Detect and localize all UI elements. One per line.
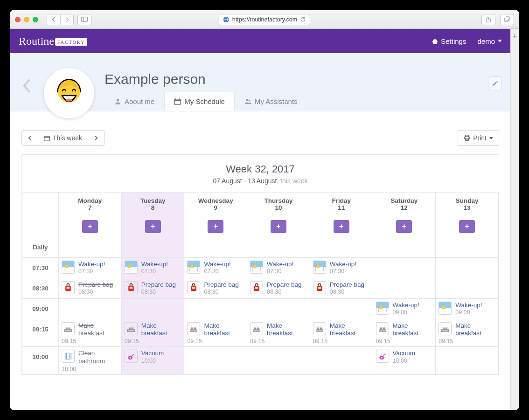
url-bar[interactable]: https://routinefactory.com — [219, 14, 310, 25]
add-activity-button[interactable]: + — [459, 220, 475, 233]
tab-my-schedule[interactable]: My Schedule — [164, 92, 235, 111]
schedule-cell[interactable]: Make breakfast09:15 — [121, 319, 184, 347]
activity-item[interactable]: Wake-up!07:30 — [313, 261, 370, 275]
activity-item[interactable]: Wake-up!09:00 — [439, 302, 495, 316]
time-label: 09:00 — [22, 299, 59, 319]
schedule-cell[interactable]: Prepare bag08:30 — [59, 278, 122, 299]
schedule-cell[interactable]: Wake-up!09:00 — [436, 299, 499, 319]
activity-item[interactable]: Prepare bag08:30 — [125, 281, 181, 296]
schedule-cell[interactable]: Prepare bag08:30 — [121, 278, 184, 299]
schedule-cell[interactable] — [247, 347, 310, 374]
activity-item[interactable]: Make breakfast — [313, 322, 370, 337]
schedule-cell[interactable] — [247, 299, 310, 319]
activity-item[interactable]: Wake-up!09:00 — [376, 302, 433, 316]
activity-item[interactable]: Wake-up!07:30 — [250, 261, 307, 275]
add-activity-button[interactable]: + — [396, 220, 412, 233]
schedule-cell[interactable]: Clean bathroom10:00 — [59, 347, 122, 374]
activity-item[interactable]: Wake-up!07:30 — [187, 261, 244, 275]
activity-item[interactable]: Prepare bag08:30 — [313, 281, 370, 296]
schedule-cell[interactable] — [121, 299, 184, 319]
settings-link[interactable]: Settings — [431, 37, 466, 45]
add-activity-button[interactable]: + — [145, 220, 161, 233]
next-week-button[interactable] — [88, 130, 104, 146]
sidebar-toggle[interactable] — [77, 14, 91, 25]
this-week-button[interactable]: This week — [38, 130, 88, 146]
schedule-cell[interactable]: Wake-up!07:30 — [184, 258, 247, 278]
activity-title: Prepare bag — [267, 281, 301, 289]
prev-week-button[interactable] — [21, 130, 38, 146]
minimize-window-button[interactable] — [24, 17, 29, 22]
activity-item[interactable]: Prepare bag08:30 — [187, 281, 244, 296]
activity-item[interactable]: Make breakfast — [439, 322, 495, 337]
print-button[interactable]: Print — [458, 130, 499, 146]
activity-time: 09:15 — [250, 338, 307, 344]
new-tab-strip[interactable]: + — [510, 29, 519, 410]
fullscreen-window-button[interactable] — [33, 17, 38, 22]
time-label: 10:00 — [22, 347, 59, 374]
activity-item[interactable]: Make breakfast — [376, 322, 433, 337]
schedule-cell[interactable] — [373, 258, 436, 278]
schedule-cell[interactable]: Wake-up!07:30 — [121, 258, 184, 278]
schedule-cell[interactable] — [373, 278, 436, 299]
schedule-cell[interactable] — [436, 347, 499, 374]
reload-icon[interactable] — [300, 16, 306, 22]
browser-back-button[interactable] — [47, 14, 60, 25]
activity-item[interactable]: Wake-up!07:30 — [62, 261, 118, 275]
activity-item[interactable]: Make breakfast — [250, 322, 307, 337]
this-week-label: This week — [53, 134, 82, 142]
activity-item[interactable]: Make breakfast — [187, 322, 244, 337]
schedule-cell[interactable] — [59, 299, 122, 319]
schedule-cell[interactable]: Prepare bag08:30 — [247, 278, 310, 299]
schedule-cell[interactable]: Prepare bag08:30 — [184, 278, 247, 299]
svg-rect-18 — [44, 136, 49, 141]
tab-my-assistants[interactable]: My Assistants — [235, 92, 307, 111]
add-activity-button[interactable]: + — [208, 220, 223, 233]
schedule-cell[interactable] — [310, 299, 373, 319]
edit-button[interactable] — [488, 76, 502, 90]
activity-item[interactable]: Make breakfast — [62, 322, 118, 337]
schedule-cell[interactable]: Wake-up!07:30 — [247, 258, 310, 278]
close-window-button[interactable] — [15, 17, 21, 22]
activity-item[interactable]: Vacuum10:00 — [125, 350, 181, 364]
browser-forward-button[interactable] — [60, 14, 73, 25]
nav-back-forward — [47, 14, 74, 25]
schedule-cell[interactable]: Make breakfast09:15 — [373, 319, 436, 347]
sun-icon — [125, 261, 138, 274]
activity-item[interactable]: Prepare bag08:30 — [62, 281, 118, 296]
user-menu[interactable]: demo — [477, 37, 502, 45]
logo-badge: FACTORY — [55, 38, 87, 46]
schedule-cell[interactable] — [310, 347, 373, 374]
sun-icon — [439, 302, 452, 315]
tab-about-me[interactable]: About me — [104, 92, 164, 111]
activity-item[interactable]: Vacuum10:00 — [376, 350, 433, 364]
schedule-cell[interactable]: Vacuum10:00 — [121, 347, 184, 374]
schedule-cell[interactable]: Make breakfast09:15 — [310, 319, 373, 347]
schedule-cell[interactable]: Prepare bag08:30 — [310, 278, 373, 299]
add-activity-button[interactable]: + — [82, 220, 98, 233]
add-activity-button[interactable]: + — [271, 220, 286, 233]
schedule-cell[interactable]: Wake-up!07:30 — [59, 258, 122, 278]
schedule-cell[interactable] — [184, 299, 247, 319]
schedule-cell[interactable]: Vacuum10:00 — [373, 347, 436, 374]
back-chevron[interactable] — [19, 76, 34, 96]
tabs-button[interactable] — [501, 14, 514, 25]
schedule-cell[interactable] — [184, 347, 247, 374]
schedule-cell[interactable]: Make breakfast09:15 — [247, 319, 310, 347]
schedule-cell[interactable]: Wake-up!09:00 — [373, 299, 436, 319]
schedule-cell[interactable] — [436, 258, 499, 278]
activity-title: Vacuum — [393, 350, 416, 357]
logo[interactable]: Routine FACTORY — [19, 35, 87, 48]
avatar[interactable] — [44, 68, 94, 118]
schedule-cell[interactable]: Make breakfast09:15 — [59, 319, 122, 347]
schedule-cell[interactable] — [436, 278, 499, 299]
schedule-cell[interactable]: Wake-up!07:30 — [310, 258, 373, 278]
activity-item[interactable]: Make breakfast — [125, 322, 181, 337]
activity-item[interactable]: Clean bathroom — [62, 350, 118, 365]
activity-item[interactable]: Wake-up!07:30 — [125, 261, 181, 275]
schedule-cell[interactable]: Make breakfast09:15 — [184, 319, 247, 347]
add-activity-button[interactable]: + — [334, 220, 349, 233]
corner-cell — [22, 193, 59, 216]
share-button[interactable] — [482, 14, 495, 25]
schedule-cell[interactable]: Make breakfast09:15 — [436, 319, 499, 347]
activity-item[interactable]: Prepare bag08:30 — [250, 281, 307, 296]
